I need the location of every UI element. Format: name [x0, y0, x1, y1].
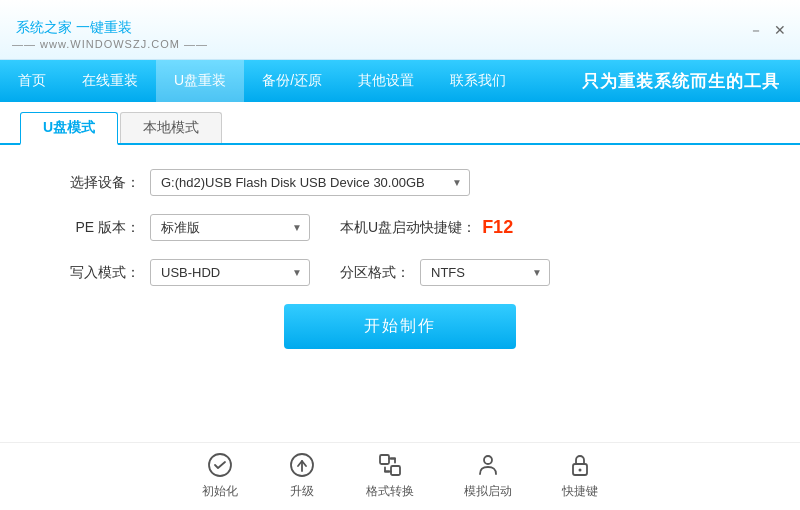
bottom-icon-format[interactable]: 格式转换	[366, 451, 414, 500]
bottom-icon-init[interactable]: 初始化	[202, 451, 238, 500]
bottom-icon-shortcut[interactable]: 快捷键	[562, 451, 598, 500]
simulate-label: 模拟启动	[464, 483, 512, 500]
pe-select-wrapper: 标准版	[150, 214, 310, 241]
partition-label: 分区格式：	[340, 264, 410, 282]
nav-item-contact[interactable]: 联系我们	[432, 60, 524, 102]
svg-point-5	[484, 456, 492, 464]
init-label: 初始化	[202, 483, 238, 500]
partition-select[interactable]: NTFS	[420, 259, 550, 286]
write-select[interactable]: USB-HDD	[150, 259, 310, 286]
format-label: 格式转换	[366, 483, 414, 500]
nav-item-backup[interactable]: 备份/还原	[244, 60, 340, 102]
nav-slogan: 只为重装系统而生的工具	[582, 70, 800, 93]
upgrade-label: 升级	[290, 483, 314, 500]
partition-select-wrapper: NTFS	[420, 259, 550, 286]
device-select[interactable]: G:(hd2)USB Flash Disk USB Device 30.00GB	[150, 169, 470, 196]
person-icon	[474, 451, 502, 479]
bottom-icon-simulate[interactable]: 模拟启动	[464, 451, 512, 500]
nav-items: 首页 在线重装 U盘重装 备份/还原 其他设置 联系我们	[0, 60, 524, 102]
tab-local-mode[interactable]: 本地模式	[120, 112, 222, 143]
svg-point-7	[579, 469, 582, 472]
pe-label: PE 版本：	[60, 219, 140, 237]
device-label: 选择设备：	[60, 174, 140, 192]
device-row: 选择设备： G:(hd2)USB Flash Disk USB Device 3…	[60, 169, 740, 196]
close-button[interactable]: ✕	[772, 22, 788, 38]
device-select-wrapper: G:(hd2)USB Flash Disk USB Device 30.00GB	[150, 169, 470, 196]
make-button[interactable]: 开始制作	[284, 304, 516, 349]
hotkey-label: 本机U盘启动快捷键：	[340, 219, 476, 237]
tabs-bar: U盘模式 本地模式	[0, 102, 800, 145]
lock-icon	[566, 451, 594, 479]
write-select-wrapper: USB-HDD	[150, 259, 310, 286]
convert-icon	[376, 451, 404, 479]
make-btn-row: 开始制作	[60, 304, 740, 349]
website-url: —— www.WINDOWSZJ.COM ——	[12, 38, 208, 50]
svg-point-0	[209, 454, 231, 476]
write-label: 写入模式：	[60, 264, 140, 282]
nav-item-settings[interactable]: 其他设置	[340, 60, 432, 102]
title-logo-area: 系统之家一键重装 —— www.WINDOWSZJ.COM ——	[12, 9, 208, 50]
tab-usb-mode[interactable]: U盘模式	[20, 112, 118, 145]
logo-main: 系统之家	[16, 19, 72, 35]
nav-bar: 首页 在线重装 U盘重装 备份/还原 其他设置 联系我们 只为重装系统而生的工具	[0, 60, 800, 102]
check-circle-icon	[206, 451, 234, 479]
app-title: 系统之家一键重装	[12, 9, 208, 38]
window-controls: － ✕	[748, 22, 788, 38]
upload-circle-icon	[288, 451, 316, 479]
svg-rect-3	[380, 455, 389, 464]
bottom-icons: 初始化 升级	[0, 442, 800, 510]
nav-item-usb[interactable]: U盘重装	[156, 60, 244, 102]
pe-select[interactable]: 标准版	[150, 214, 310, 241]
write-row: 写入模式： USB-HDD 分区格式： NTFS	[60, 259, 740, 286]
form-area: 选择设备： G:(hd2)USB Flash Disk USB Device 3…	[0, 145, 800, 442]
svg-rect-4	[391, 466, 400, 475]
logo-sub: 一键重装	[76, 19, 132, 35]
nav-item-home[interactable]: 首页	[0, 60, 64, 102]
nav-item-online[interactable]: 在线重装	[64, 60, 156, 102]
hotkey-value: F12	[482, 217, 513, 238]
shortcut-label: 快捷键	[562, 483, 598, 500]
minimize-button[interactable]: －	[748, 22, 764, 38]
main-content: U盘模式 本地模式 选择设备： G:(hd2)USB Flash Disk US…	[0, 102, 800, 510]
pe-row: PE 版本： 标准版 本机U盘启动快捷键： F12	[60, 214, 740, 241]
bottom-icon-upgrade[interactable]: 升级	[288, 451, 316, 500]
title-bar: 系统之家一键重装 —— www.WINDOWSZJ.COM —— － ✕	[0, 0, 800, 60]
